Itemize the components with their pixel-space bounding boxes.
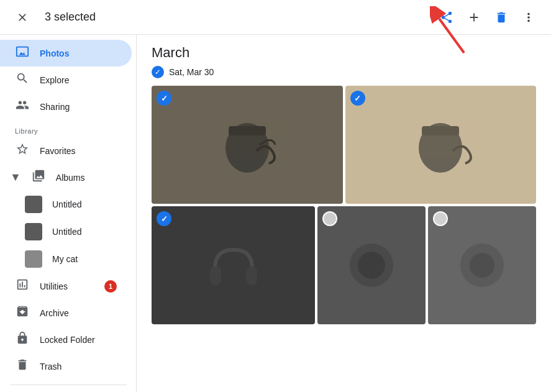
archive-icon: [15, 304, 30, 321]
album-thumb-untitled2: [25, 223, 42, 240]
select-circle-1[interactable]: [157, 91, 171, 106]
photo-placeholder-1: [152, 86, 343, 204]
sidebar-item-trash[interactable]: Trash: [0, 353, 132, 380]
more-icon: [522, 11, 535, 24]
archive-label: Archive: [40, 308, 69, 318]
header: 3 selected: [0, 0, 551, 35]
explore-icon: [15, 71, 30, 88]
photos-label: Photos: [40, 48, 69, 58]
photo-item-4[interactable]: [317, 206, 426, 324]
sidebar-item-sharing[interactable]: Sharing: [0, 93, 132, 120]
select-circle-5[interactable]: [433, 211, 448, 226]
close-icon: [16, 11, 29, 24]
svg-rect-3: [229, 126, 266, 135]
locked-folder-label: Locked Folder: [40, 335, 95, 345]
section-title: March: [152, 45, 536, 61]
sidebar-item-explore[interactable]: Explore: [0, 66, 132, 93]
selected-count: 3 selected: [45, 11, 96, 24]
delete-icon: [494, 11, 508, 24]
svg-rect-6: [210, 267, 221, 285]
utilities-label: Utilities: [40, 281, 68, 291]
photo-placeholder-2: [345, 86, 537, 204]
sharing-label: Sharing: [40, 102, 70, 112]
sidebar-item-album-mycat[interactable]: My cat: [0, 245, 132, 273]
add-button[interactable]: [462, 5, 486, 30]
main-layout: Photos Explore Sharing Library Favorites…: [0, 35, 551, 392]
sharing-icon: [15, 98, 30, 115]
sidebar-item-favorites[interactable]: Favorites: [0, 137, 132, 164]
sidebar-item-album-untitled1[interactable]: Untitled: [0, 191, 132, 218]
album-mycat-label: My cat: [52, 254, 78, 264]
utilities-icon: [15, 278, 30, 294]
header-actions: [434, 5, 541, 30]
photo-item-1[interactable]: [152, 86, 343, 204]
albums-icon: [31, 169, 46, 186]
favorites-label: Favorites: [40, 146, 76, 156]
svg-rect-5: [422, 126, 459, 135]
album-untitled2-label: Untitled: [52, 227, 81, 237]
date-badge: ✓ Sat, Mar 30: [152, 66, 536, 78]
album-thumb-untitled1: [25, 196, 42, 213]
photo-item-5[interactable]: [428, 206, 536, 324]
date-check-icon: ✓: [152, 66, 164, 78]
photo-grid-top: [152, 86, 536, 204]
svg-rect-7: [246, 267, 257, 285]
library-section-label: Library: [0, 120, 137, 137]
header-left: 3 selected: [10, 5, 96, 30]
share-button[interactable]: [434, 5, 459, 30]
photo-placeholder-3: [152, 206, 315, 324]
select-circle-3[interactable]: [157, 211, 171, 226]
lock-icon: [15, 331, 30, 348]
favorites-icon: [15, 142, 30, 159]
sidebar-item-albums[interactable]: ▼ Albums: [0, 164, 132, 191]
svg-point-9: [358, 252, 385, 279]
sidebar-item-archive[interactable]: Archive: [0, 299, 132, 326]
albums-label: Albums: [56, 173, 85, 183]
photo-grid-bottom: [152, 206, 536, 324]
sidebar-divider: [10, 385, 127, 385]
trash-icon: [15, 358, 30, 375]
sidebar-item-photos[interactable]: Photos: [0, 40, 132, 66]
photo-item-3[interactable]: [152, 206, 315, 324]
album-thumb-mycat: [25, 250, 42, 268]
date-label: Sat, Mar 30: [169, 67, 214, 77]
utilities-badge: 1: [104, 280, 117, 293]
album-untitled1-label: Untitled: [52, 199, 81, 209]
select-circle-2[interactable]: [350, 91, 365, 106]
delete-button[interactable]: [489, 5, 514, 30]
share-icon: [440, 11, 453, 24]
add-icon: [467, 11, 481, 24]
photo-item-2[interactable]: [345, 86, 537, 204]
sidebar: Photos Explore Sharing Library Favorites…: [0, 35, 137, 392]
explore-label: Explore: [40, 75, 69, 85]
sidebar-item-utilities[interactable]: Utilities 1: [0, 273, 132, 299]
more-button[interactable]: [516, 5, 541, 30]
photos-icon: [15, 45, 30, 62]
trash-label: Trash: [40, 362, 61, 371]
sidebar-item-locked-folder[interactable]: Locked Folder: [0, 326, 132, 353]
svg-point-11: [470, 253, 494, 278]
close-button[interactable]: [10, 5, 35, 30]
sidebar-item-album-untitled2[interactable]: Untitled: [0, 218, 132, 245]
main-content: March ✓ Sat, Mar 30: [137, 35, 551, 392]
chevron-down-icon: ▼: [10, 171, 21, 184]
